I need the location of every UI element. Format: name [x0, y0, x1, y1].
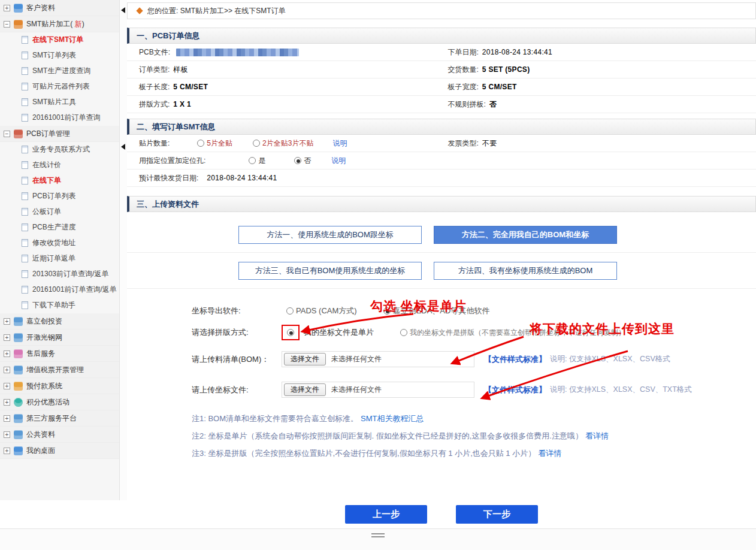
- sidebar-splitter[interactable]: [120, 0, 127, 500]
- expand-icon[interactable]: [4, 399, 10, 406]
- expand-icon[interactable]: [4, 318, 10, 325]
- sidebar-item-orders-before-20161001[interactable]: 20161001前订单查询: [0, 110, 119, 126]
- sidebar-item-pcb-progress[interactable]: PCB生产进度: [0, 220, 119, 235]
- coord-single-piece-radio[interactable]: 我的坐标文件是单片: [304, 327, 374, 338]
- sidebar-item-online-quote[interactable]: 在线计价: [0, 158, 119, 173]
- sidebar-item-smt-order-list[interactable]: SMT订单列表: [0, 48, 119, 64]
- sidebar-item-pcb-orders-before-20161001[interactable]: 20161001前订单查询/返单: [0, 282, 119, 298]
- coord-panelized-radio[interactable]: 我的坐标文件是拼版（不需要嘉立创帮忙拼坐标，不进行任何复制）: [400, 328, 625, 338]
- radio-icon[interactable]: [197, 140, 204, 147]
- paste-qty-help-link[interactable]: 说明: [332, 138, 347, 149]
- sidebar-item-public-board-order[interactable]: 公板订单: [0, 204, 119, 220]
- coord-style-standard-link[interactable]: 【文件样式标准】: [484, 385, 546, 395]
- note-2-details-link[interactable]: 看详情: [585, 431, 609, 440]
- sidebar-group-my-desktop[interactable]: 我的桌面: [0, 443, 119, 459]
- expand-icon[interactable]: [4, 350, 10, 357]
- radio-icon[interactable]: [249, 157, 256, 164]
- expand-icon[interactable]: [4, 367, 10, 373]
- sidebar-group-laser-stencil[interactable]: 开激光钢网: [0, 330, 119, 346]
- bom-file-input[interactable]: 选择文件 未选择任何文件: [282, 351, 474, 367]
- sidebar-group-points-activity[interactable]: 积分优惠活动: [0, 394, 119, 410]
- radio-checked-icon[interactable]: [287, 329, 294, 336]
- radio-checked-icon[interactable]: [294, 157, 301, 164]
- locating-hole-help-link[interactable]: 说明: [331, 156, 346, 166]
- section-smt-info: 二、填写订单SMT信息 贴片数量: 5片全贴 2片全贴3片不贴 说明: [127, 113, 756, 187]
- coord-software-other-radio[interactable]: 嘉立创EDA、AD等其他软件: [383, 306, 490, 316]
- radio-checked-icon[interactable]: [383, 307, 391, 315]
- sidebar-group-prepayment[interactable]: 预付款系统: [0, 378, 119, 394]
- locating-hole-yes-radio[interactable]: 是: [249, 156, 265, 166]
- smt-tutorials-link[interactable]: SMT相关教程汇总: [361, 414, 424, 423]
- footer-bar: [0, 528, 756, 550]
- method-2-button[interactable]: 方法二、完全用我自己的BOM和坐标: [434, 226, 617, 244]
- sidebar-group-jlc-investment[interactable]: 嘉立创投资: [0, 313, 119, 330]
- sidebar-item-download-helper[interactable]: 下载下单助手: [0, 298, 119, 313]
- collapse-icon[interactable]: [4, 21, 10, 28]
- group-label: 售后服务: [26, 349, 55, 359]
- expand-icon[interactable]: [4, 383, 10, 389]
- expand-icon[interactable]: [4, 334, 10, 341]
- order-type-label: 订单类型:: [139, 65, 170, 75]
- coord-choose-file-button[interactable]: 选择文件: [284, 383, 326, 396]
- collapse-icon[interactable]: [4, 131, 10, 137]
- sidebar-group-smt-assembly[interactable]: SMT贴片加工( 新): [0, 16, 119, 32]
- expand-icon[interactable]: [4, 448, 10, 454]
- sidebar-item-pcb-order-list[interactable]: PCB订单列表: [0, 189, 119, 204]
- note-2: 注2: 坐标是单片（系统会自动帮你按照拼版间距复制. 假如坐标文件已经是拼好的,…: [127, 431, 756, 442]
- sidebar-item-specialist-contact[interactable]: 业务专员联系方式: [0, 142, 119, 158]
- third-party-icon: [14, 414, 23, 423]
- coord-software-pads-radio[interactable]: PADS (CAM方式): [286, 306, 357, 316]
- method-buttons-row-1: 方法一、使用系统生成的BOM跟坐标 方法二、完全用我自己的BOM和坐标: [127, 226, 756, 253]
- option-label: 2片全贴3片不贴: [262, 138, 313, 149]
- irregular-panel-label: 不规则拼板:: [448, 99, 486, 110]
- expand-icon[interactable]: [4, 431, 10, 438]
- radio-icon[interactable]: [286, 307, 294, 315]
- sidebar-group-customer-data[interactable]: 客户资料: [0, 0, 119, 16]
- sidebar-item-smt-progress[interactable]: SMT生产进度查询: [0, 64, 119, 79]
- sidebar-group-third-party[interactable]: 第三方服务平台: [0, 410, 119, 427]
- method-1-button[interactable]: 方法一、使用系统生成的BOM跟坐标: [238, 226, 422, 244]
- customer-icon: [14, 4, 23, 13]
- paste-qty-option-1-radio[interactable]: 5片全贴: [197, 138, 232, 149]
- method-3-button[interactable]: 方法三、我自已有BOM使用系统生成的坐标: [238, 262, 422, 280]
- coord-file-input[interactable]: 选择文件 未选择任何文件: [282, 382, 474, 398]
- sidebar-item-orders-before-201303[interactable]: 201303前订单查询/返单: [0, 267, 119, 282]
- note-3-details-link[interactable]: 看详情: [538, 449, 561, 458]
- group-label: SMT贴片加工( 新): [26, 19, 84, 29]
- coord-upload-label: 请上传坐标文件:: [192, 385, 282, 395]
- sidebar-item-modify-address[interactable]: 修改收货地址: [0, 235, 119, 251]
- group-label: 积分优惠活动: [26, 397, 69, 407]
- sidebar-item-online-smt-order[interactable]: 在线下SMT订单: [0, 32, 119, 48]
- bom-style-standard-link[interactable]: 【文件样式标准】: [484, 354, 546, 365]
- expand-icon[interactable]: [4, 415, 10, 422]
- item-label: 近期订单返单: [32, 254, 75, 263]
- sidebar-item-smt-tools[interactable]: SMT贴片工具: [0, 95, 119, 110]
- locating-hole-no-radio[interactable]: 否: [294, 156, 311, 166]
- coord-upload-row: 请上传坐标文件: 选择文件 未选择任何文件 【文件样式标准】 说明: 仅支持XL…: [127, 382, 756, 398]
- prev-step-button[interactable]: 上一步: [345, 505, 427, 524]
- radio-icon[interactable]: [400, 329, 407, 336]
- sidebar-item-online-order[interactable]: 在线下单: [0, 173, 119, 189]
- sidebar-group-after-sales[interactable]: 售后服务: [0, 346, 119, 362]
- collapse-sidebar-arrow-icon[interactable]: [121, 7, 125, 13]
- sidebar-item-component-list[interactable]: 可贴片元器件列表: [0, 79, 119, 95]
- sidebar-item-recent-reorder[interactable]: 近期订单返单: [0, 251, 119, 267]
- sidebar-group-vat-invoice[interactable]: 增值税票开票管理: [0, 362, 119, 378]
- locating-hole-label: 用指定位置加定位孔:: [139, 156, 205, 166]
- expand-icon[interactable]: [4, 5, 10, 11]
- option-label: 嘉立创EDA、AD等其他软件: [393, 306, 490, 316]
- next-step-button[interactable]: 下一步: [456, 505, 538, 524]
- method-4-button[interactable]: 方法四、我有坐标使用系统生成的BOM: [434, 262, 617, 280]
- paste-qty-option-2-radio[interactable]: 2片全贴3片不贴: [253, 138, 313, 149]
- bom-choose-file-button[interactable]: 选择文件: [284, 353, 326, 365]
- radio-icon[interactable]: [253, 140, 260, 147]
- prepayment-icon: [14, 382, 23, 391]
- option-label: 5片全贴: [207, 138, 232, 149]
- sidebar: 客户资料 SMT贴片加工( 新) 在线下SMT订单 SMT订单列表 SMT生产进…: [0, 0, 120, 500]
- sidebar-group-pcb-order-management[interactable]: PCB订单管理: [0, 126, 119, 142]
- collapse-sidebar-arrow-icon[interactable]: [121, 144, 125, 150]
- item-label: 20161001前订单查询: [32, 113, 100, 122]
- group-label: 开激光钢网: [26, 333, 62, 343]
- drag-handle-icon[interactable]: [371, 533, 385, 539]
- sidebar-group-public-data[interactable]: 公共资料: [0, 427, 119, 443]
